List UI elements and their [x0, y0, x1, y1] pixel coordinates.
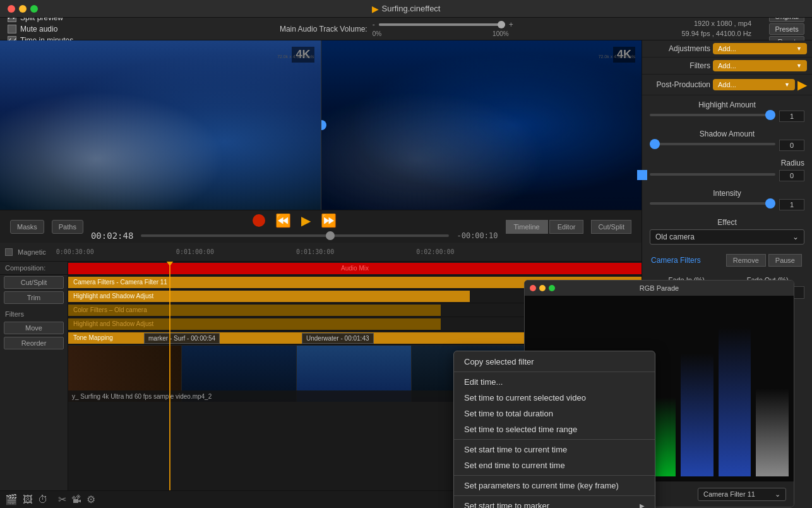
clock-icon[interactable]: ⏱ — [38, 494, 48, 505]
trim-button[interactable]: Trim — [4, 291, 64, 304]
transport-buttons: ⏪ ▶ ⏩ — [253, 213, 337, 228]
effect-dropdown[interactable]: Old camera ⌄ — [650, 229, 804, 245]
transport-center: ⏪ ▶ ⏩ 00:02:48 -00:00:10 — [91, 213, 498, 241]
sliders-section: Highlight Amount 1 Shadow Amount 0 Rad — [642, 95, 812, 250]
audio-mix-track[interactable]: Audio Mix — [68, 263, 642, 274]
minimize-button[interactable] — [19, 5, 27, 13]
radius-value[interactable]: 0 — [779, 170, 804, 181]
video-overlay-left: 72.0k x 4.3k Pixels — [277, 54, 314, 59]
presets-button[interactable]: Presets — [769, 23, 804, 35]
highlight-shadow-track[interactable]: Highlight and Shadow Adjust — [68, 291, 470, 302]
remove-button[interactable]: Remove — [726, 254, 766, 267]
audio-volume-section: Main Audio Track Volume: - + 0% 100% — [124, 20, 669, 37]
reorder-button[interactable]: Reorder — [4, 337, 64, 349]
adjustments-row: Adjustments Add... ▼ — [642, 40, 812, 57]
color-filters-track[interactable]: Color Filters – Old camera — [68, 305, 441, 316]
cut-split-sidebar-button[interactable]: Cut/Split — [4, 276, 64, 289]
ctx-set-current-video[interactable]: Set time to current selected video — [454, 390, 655, 406]
intensity-value[interactable]: 1 — [779, 199, 804, 210]
ctx-set-end-current[interactable]: Set end time to current time — [454, 457, 655, 473]
film-icon[interactable]: 📽 — [71, 494, 81, 505]
video-preview: 4K 72.0k x 4.3k Pixels 4K 72.0k x 4.3k P… — [0, 40, 642, 210]
highlight-thumb — [765, 110, 775, 120]
current-time: 00:02:48 — [91, 231, 133, 241]
timeline-header: Magnetic 0:00:30:00 0:01:00:00 0:01:30:0… — [0, 243, 642, 262]
ctx-edit-time[interactable]: Edit time... — [454, 374, 655, 390]
blue-bar-group-2 — [719, 301, 751, 476]
cb-mute-audio[interactable] — [8, 25, 16, 33]
track-audio-mix: Audio Mix — [68, 262, 642, 275]
pause-button[interactable]: Pause — [768, 254, 802, 267]
chevron-down-icon: ⌄ — [775, 490, 780, 499]
ctx-separator-3 — [454, 475, 655, 476]
maximize-button[interactable] — [30, 5, 38, 13]
time-remaining: -00:00:10 — [457, 231, 498, 240]
ctx-set-time-range[interactable]: Set time to selected time range — [454, 421, 655, 437]
magnetic-checkbox[interactable] — [5, 248, 13, 256]
paths-button[interactable]: Paths — [52, 220, 83, 234]
transport-bar: Masks Paths ⏪ ▶ ⏩ 00:02:48 -00:00:10 — [0, 210, 642, 243]
record-button[interactable] — [253, 214, 265, 227]
blue-bar-2 — [719, 327, 751, 476]
post-production-dropdown[interactable]: Add... ▼ — [713, 79, 795, 90]
filters-dropdown[interactable]: Add... ▼ — [713, 60, 807, 71]
chevron-down-icon: ⌄ — [792, 233, 799, 241]
post-production-row: Post-Production Add... ▼ ▶ — [642, 75, 812, 95]
timeline-sidebar: Composition: Cut/Split Trim Filters Move… — [0, 262, 68, 490]
scissors-icon[interactable]: ✂ — [58, 493, 66, 505]
time-ruler: 0:00:30:00 0:01:00:00 0:01:30:00 0:02:00… — [51, 248, 636, 255]
ctx-set-start-current[interactable]: Set start time to current time — [454, 442, 655, 457]
radius-slider[interactable] — [650, 173, 775, 176]
intensity-slider[interactable] — [650, 202, 775, 205]
settings-icon[interactable]: ⚙ — [87, 493, 95, 505]
rewind-button[interactable]: ⏪ — [275, 213, 291, 228]
chevron-down-icon: ▼ — [796, 45, 802, 52]
top-toolbar: ✓ Split preview Mute audio ✓ Time in min… — [0, 18, 812, 40]
video-clip-icon[interactable]: 🎬 — [5, 493, 18, 505]
marker-underwater-label: Underwater - 00:01:43 — [302, 333, 374, 344]
close-button[interactable] — [8, 5, 15, 13]
scrubber[interactable] — [141, 234, 449, 237]
masks-button[interactable]: Masks — [10, 220, 44, 234]
blue-bar-group — [681, 301, 713, 476]
ctx-separator-2 — [454, 439, 655, 440]
playhead-marker — [166, 262, 174, 266]
shadow-value[interactable]: 0 — [779, 140, 804, 151]
cut-split-button[interactable]: Cut/Split — [591, 220, 631, 234]
remove-pause-buttons: Remove Pause — [721, 254, 807, 267]
luma-bar-group — [756, 301, 789, 476]
context-menu: Copy selected filter Edit time... Set ti… — [453, 351, 655, 508]
image-icon[interactable]: 🖼 — [23, 494, 33, 505]
ctx-start-marker[interactable]: Set start time to marker ▶ — [454, 498, 655, 508]
rgb-title-bar: RGB Parade — [525, 281, 794, 296]
playhead[interactable] — [169, 262, 170, 490]
ctx-separator-1 — [454, 372, 655, 372]
rgb-close-button[interactable] — [530, 285, 536, 291]
adjustments-dropdown[interactable]: Add... ▼ — [713, 43, 807, 54]
volume-slider[interactable]: - + — [373, 20, 513, 29]
highlight-amount-slider[interactable] — [650, 114, 775, 116]
play-circle-icon: ▶ — [372, 4, 379, 14]
play-post-production-icon[interactable]: ▶ — [797, 77, 807, 92]
camera-filter-dropdown[interactable]: Camera Filter 11 ⌄ — [698, 488, 786, 501]
rgb-maximize-button[interactable] — [549, 285, 555, 291]
play-button[interactable]: ▶ — [301, 213, 311, 228]
mute-audio-checkbox[interactable]: Mute audio — [8, 25, 73, 33]
ctx-copy-filter[interactable]: Copy selected filter — [454, 354, 655, 370]
traffic-lights — [8, 5, 38, 13]
video-info: 1920 x 1080 , mp4 59.94 fps , 44100.0 Hz — [681, 19, 751, 39]
title-bar: ▶ Surfing.cineffect — [0, 0, 812, 18]
timeline-button[interactable]: Timeline — [506, 220, 548, 234]
intensity-thumb — [765, 198, 775, 209]
rgb-minimize-button[interactable] — [539, 285, 546, 291]
highlight-shadow-track-2[interactable]: Highlight and Shadow Adjust — [68, 318, 441, 330]
fast-forward-button[interactable]: ⏩ — [321, 213, 337, 228]
editor-button[interactable]: Editor — [549, 220, 584, 234]
ctx-set-total-duration[interactable]: Set time to total duration — [454, 406, 655, 421]
highlight-value[interactable]: 1 — [779, 111, 804, 122]
move-button[interactable]: Move — [4, 322, 64, 334]
ctx-set-parameters[interactable]: Set parameters to current time (key fram… — [454, 478, 655, 493]
camera-filters-link[interactable]: Camera Filters — [647, 252, 705, 269]
shadow-amount-slider[interactable] — [650, 143, 775, 145]
chevron-down-icon: ▼ — [796, 63, 802, 69]
